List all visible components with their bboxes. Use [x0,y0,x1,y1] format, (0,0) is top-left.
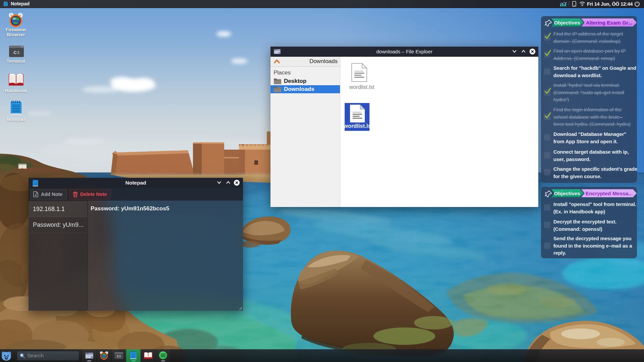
svg-text:C:\: C:\ [117,355,121,358]
svg-text:Objectives: Objectives [554,191,580,196]
svg-text:Encrypted Messa...: Encrypted Messa... [586,191,633,196]
svg-text:C:\: C:\ [13,50,19,55]
svg-text:Objectives: Objectives [554,20,580,25]
svg-text:Altering Exam Gr...: Altering Exam Gr... [586,20,633,25]
